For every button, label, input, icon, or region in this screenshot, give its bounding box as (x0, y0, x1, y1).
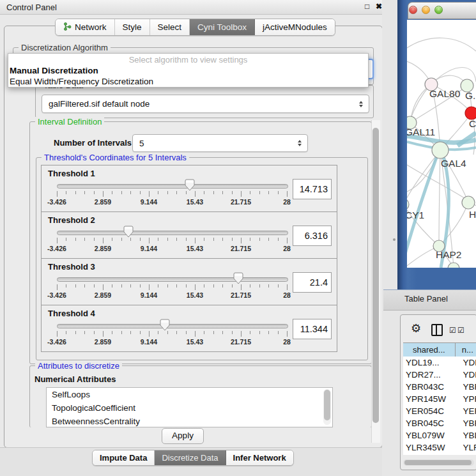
table-row[interactable]: YBR043CYBR043C (403, 381, 476, 393)
float-window-icon[interactable]: □ (365, 2, 369, 11)
table-data-combo[interactable]: galFiltered.sif default node (42, 95, 369, 113)
table-row[interactable]: YIL052CYIL052C (403, 454, 476, 455)
threshold-row-4: Threshold 4-3.4262.8599.14415.4321.71528… (41, 305, 337, 352)
table-data-combo-value: galFiltered.sif default node (42, 99, 359, 109)
tab-style[interactable]: Style (115, 19, 150, 35)
threshold-label: Threshold 2 (48, 215, 95, 225)
table-panel-body: ⚙ ☑ ☑ shared...n... YDL19...YDL19...YDR2… (400, 314, 476, 470)
table-header-row: shared...n... (403, 342, 476, 358)
control-panel-titlebar: Control Panel □ ✖ (0, 0, 383, 15)
threshold-slider[interactable]: -3.4262.8599.14415.4321.71528 (57, 225, 288, 256)
cell-name: YPR145W (459, 393, 476, 405)
close-icon[interactable]: ✖ (376, 2, 382, 11)
traffic-light-minimize[interactable] (422, 6, 430, 14)
network-view[interactable]: GAL80G.CGAL11GAL4GCY1HHAP2 (407, 20, 476, 268)
column-header-n[interactable]: n... (456, 343, 476, 357)
slider-thumb[interactable] (233, 272, 243, 285)
network-node-gcy1[interactable] (407, 199, 409, 210)
threshold-value-field[interactable]: 11.344 (293, 319, 332, 339)
list-item-selfloops[interactable]: SelfLoops (47, 388, 332, 401)
table-row[interactable]: YBR045CYBR045C (403, 417, 476, 429)
slider-thumb[interactable] (160, 319, 170, 332)
tab-jactivemnodules[interactable]: jActiveMNodules (255, 19, 335, 35)
checkbox-icon[interactable]: ☑ (449, 326, 456, 335)
tab-label: Select (158, 22, 182, 32)
group-title: Interval Definition (35, 117, 104, 127)
table-data-group: Table Data galFiltered.sif default node (35, 85, 374, 118)
cell-name: YLR345W (459, 441, 476, 454)
slider-track[interactable] (57, 324, 288, 328)
column-header-shared[interactable]: shared... (403, 343, 456, 357)
slider-ticks (57, 191, 287, 197)
tab-label: Style (123, 22, 142, 32)
network-node-h[interactable] (462, 196, 475, 209)
apply-button[interactable]: Apply (162, 428, 204, 444)
network-node[interactable] (448, 263, 459, 268)
traffic-light-close[interactable] (409, 6, 417, 14)
tab-label: Impute Data (100, 453, 147, 463)
panel-scrollbar[interactable] (371, 120, 380, 443)
table-row[interactable]: YDR27...YDR27... (403, 369, 476, 381)
group-title: Attributes to discretize (35, 361, 122, 371)
list-item-betweennesscentrality[interactable]: BetweennessCentrality (47, 415, 332, 427)
threshold-slider[interactable]: -3.4262.8599.14415.4321.71528 (57, 318, 288, 349)
split-divider-handle[interactable] (393, 238, 395, 241)
node-label-hap2: HAP2 (436, 249, 462, 260)
tab-impute-data[interactable]: Impute Data (93, 450, 155, 465)
network-node-gal4[interactable] (432, 142, 449, 158)
threshold-value-field[interactable]: 21.4 (293, 272, 332, 293)
table-row[interactable]: YER054CYER054C (403, 405, 476, 417)
control-panel: Control Panel □ ✖ NetworkStyleSelectCyni… (0, 0, 383, 476)
tab-select[interactable]: Select (150, 19, 190, 35)
tab-label: jActiveMNodules (263, 22, 327, 32)
table-row[interactable]: YLR345WYLR345W (403, 441, 476, 454)
slider-track[interactable] (57, 184, 288, 188)
cell-name: YDL19... (459, 357, 476, 369)
tab-discretize-data[interactable]: Discretize Data (155, 450, 226, 465)
table-row[interactable]: YDL19...YDL19... (403, 357, 476, 369)
network-node-c[interactable] (465, 107, 476, 119)
slider-track[interactable] (57, 277, 288, 282)
list-scrollbar-thumb[interactable] (324, 390, 330, 420)
threshold-slider[interactable]: -3.4262.8599.14415.4321.71528 (57, 178, 288, 209)
tab-bar: NetworkStyleSelectCyni ToolboxjActiveMNo… (55, 19, 335, 36)
slider-track[interactable] (57, 231, 288, 235)
cell-name: YBR045C (459, 417, 476, 429)
list-item-topologicalcoefficient[interactable]: TopologicalCoefficient (47, 401, 332, 415)
slider-tick-labels: -3.4262.8599.14415.4321.71528 (57, 198, 287, 206)
threshold-value-field[interactable]: 14.713 (293, 179, 332, 199)
tab-cyni-toolbox[interactable]: Cyni Toolbox (190, 19, 255, 35)
cell-shared-name: YIL052C (403, 454, 459, 455)
table-hscrollbar-thumb[interactable] (404, 460, 472, 465)
table-row[interactable]: YPR145WYPR145W (403, 393, 476, 405)
slider-thumb[interactable] (123, 226, 134, 238)
panel-scrollbar-thumb[interactable] (372, 128, 379, 423)
node-label-gal80: GAL80 (429, 88, 461, 99)
threshold-slider[interactable]: -3.4262.8599.14415.4321.71528 (57, 272, 288, 302)
slider-ticks (57, 238, 287, 244)
numerical-attributes-heading: Numerical Attributes (35, 374, 116, 384)
table-row[interactable]: YBL079WYBL079W (403, 429, 476, 441)
node-label-h: H (469, 209, 476, 220)
traffic-light-zoom[interactable] (434, 6, 443, 14)
table-hscrollbar[interactable] (403, 459, 474, 466)
threshold-value-field[interactable]: 6.316 (293, 226, 332, 246)
popup-items: Manual DiscretizationEqual Width/Frequen… (8, 65, 368, 87)
group-title: Discretization Algorithm (19, 43, 111, 52)
numerical-attributes-list[interactable]: SelfLoopsTopologicalCoefficientBetweenne… (46, 387, 333, 427)
popup-item-equal-width-frequency-discretization[interactable]: Equal Width/Frequency Discretization (8, 76, 368, 87)
split-column-icon[interactable] (431, 324, 443, 336)
slider-tick-labels: -3.4262.8599.14415.4321.71528 (57, 338, 287, 346)
node-label-c: C (469, 118, 476, 129)
slider-thumb[interactable] (185, 179, 195, 192)
cell-name: YBR043C (459, 381, 476, 393)
checkbox-icon[interactable]: ☑ (457, 326, 464, 335)
number-of-intervals-combo[interactable]: 5 (132, 134, 308, 152)
gear-icon[interactable]: ⚙ (411, 321, 421, 335)
cell-shared-name: YBR045C (403, 417, 459, 429)
list-scrollbar[interactable] (323, 389, 331, 425)
tab-network[interactable]: Network (56, 19, 115, 35)
tab-infer-network[interactable]: Infer Network (226, 450, 293, 465)
popup-item-manual-discretization[interactable]: Manual Discretization (8, 65, 368, 76)
cell-name: YDR27... (459, 369, 476, 381)
